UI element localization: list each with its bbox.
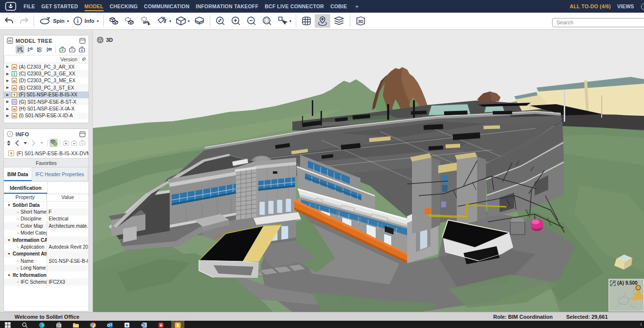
property-row[interactable]: =Color MapArchitecture.mate... xyxy=(4,222,89,229)
collapse-caret-icon[interactable]: ▼ xyxy=(7,203,11,207)
menu-cobie[interactable]: COBIE xyxy=(327,0,350,13)
expand-caret-icon[interactable]: ▶ xyxy=(6,86,10,90)
menu-file[interactable]: FILE xyxy=(20,0,38,13)
collapse-caret-icon[interactable]: ▼ xyxy=(7,252,11,255)
expand-caret-icon[interactable]: ▶ xyxy=(6,65,10,69)
photos-icon[interactable] xyxy=(120,321,133,328)
show-all-button[interactable] xyxy=(107,15,121,27)
property-row[interactable]: =ApplicationAutodesk Revit 20... xyxy=(4,243,89,250)
collapse-caret-icon[interactable]: ▼ xyxy=(7,273,11,277)
tree-row[interactable]: ▶(A) C2303_PC_3_AR_XX xyxy=(4,63,89,70)
undo-button[interactable] xyxy=(2,15,16,27)
case-del-button[interactable] xyxy=(68,45,76,54)
expand-caret-icon[interactable]: ▶ xyxy=(6,100,10,104)
case-del-button[interactable] xyxy=(71,139,78,147)
expand-caret-icon[interactable]: ▶ xyxy=(6,79,10,83)
word-icon[interactable] xyxy=(137,321,150,328)
value-column-label[interactable]: Value xyxy=(47,194,89,201)
case-lock-button[interactable] xyxy=(77,45,86,54)
search-input[interactable] xyxy=(552,18,644,27)
tree-row[interactable]: ▶(C) C2303_PC_3_GE_XX xyxy=(4,70,89,77)
zoom-in-button[interactable] xyxy=(229,14,243,28)
pick-button[interactable] xyxy=(50,139,58,147)
gear3d-button[interactable]: 3D xyxy=(353,14,369,28)
redo-button[interactable] xyxy=(17,15,31,27)
menu-bcf-live-connector[interactable]: BCF LIVE CONNECTOR xyxy=(262,0,327,13)
collapse-caret-icon[interactable]: ▼ xyxy=(7,238,11,242)
hide-others-button[interactable] xyxy=(138,15,153,27)
case-lock-button[interactable] xyxy=(79,139,86,147)
property-row[interactable]: =NameS01-NSP-ESE-B-IS-... xyxy=(4,257,89,264)
select-button[interactable]: ▾ xyxy=(275,14,293,28)
menu-model[interactable]: MODEL xyxy=(81,0,107,13)
reddl-icon[interactable] xyxy=(154,321,167,328)
tab-bim-data[interactable]: BIM Data xyxy=(4,167,32,181)
info-button[interactable]: Info▾ xyxy=(72,15,100,27)
next-button[interactable] xyxy=(30,139,37,147)
menu-add-tab-button[interactable]: + xyxy=(350,3,364,10)
expand-caret-icon[interactable]: ▶ xyxy=(6,114,10,118)
solibri-icon[interactable] xyxy=(171,321,184,328)
tree-sel-button[interactable] xyxy=(16,45,24,54)
tab-ifc-header-properties[interactable]: IFC Header Properties xyxy=(32,167,88,181)
tab-identification[interactable]: Identification xyxy=(4,182,48,194)
walk-button[interactable] xyxy=(315,14,330,28)
paint-button[interactable]: ▾ xyxy=(154,14,173,28)
property-group-row[interactable]: ▼Ifc Information xyxy=(4,272,89,278)
win-icon[interactable] xyxy=(1,321,14,328)
property-row[interactable]: =Short NameF xyxy=(4,208,89,215)
menu-checking[interactable]: CHECKING xyxy=(107,0,141,13)
tree-row[interactable]: ▶(E) C2303_PC_3_ST_EX xyxy=(4,84,89,91)
sort-button[interactable] xyxy=(5,139,13,147)
tree-row[interactable]: ▶(I) S01-NSP-ESE-X-ID-A xyxy=(4,112,89,119)
menu-all-to-do-4-6-[interactable]: ALL TO-DO (4/6) xyxy=(567,0,614,13)
tree-row[interactable]: ▶(G) S01-NSP-ESE-B-ST-X xyxy=(4,98,89,105)
property-row[interactable]: =Long Name xyxy=(4,265,89,272)
expand-caret-icon[interactable]: ▶ xyxy=(6,107,10,111)
zoom-window-button[interactable] xyxy=(260,14,274,28)
link-column-icon[interactable] xyxy=(79,56,89,62)
box-button[interactable]: ▾ xyxy=(174,14,191,28)
property-group-row[interactable]: ▼Solibri Data xyxy=(4,201,89,208)
previous-button[interactable] xyxy=(14,139,21,147)
version-column-label[interactable]: Version xyxy=(60,56,79,62)
info-selected-item[interactable]: (F) S01-NSP-ESE-B-IS-XX-DVM-M3-00... xyxy=(17,150,89,156)
panel-window-icon[interactable] xyxy=(79,38,86,44)
floorplan-button[interactable] xyxy=(299,14,314,28)
user-circle-icon[interactable] xyxy=(641,3,644,10)
case-add-button[interactable] xyxy=(58,45,67,54)
3d-viewport[interactable]: 3D (A) 9.500 xyxy=(92,30,644,312)
tree-multi-button[interactable] xyxy=(35,45,44,54)
section-button[interactable] xyxy=(192,14,207,28)
expand-caret-icon[interactable]: ▶ xyxy=(6,72,10,76)
menu-views[interactable]: VIEWS xyxy=(614,0,637,13)
menu-get-started[interactable]: GET STARTED xyxy=(38,0,82,13)
tree-comp-button[interactable] xyxy=(45,45,54,54)
property-column-label[interactable]: Property xyxy=(4,194,47,201)
property-row[interactable]: =DisciplineElectrical xyxy=(4,216,89,222)
menu-information-takeoff[interactable]: INFORMATION TAKEOFF xyxy=(193,0,262,13)
chrome-icon[interactable] xyxy=(86,321,99,328)
panel-window-icon[interactable] xyxy=(79,131,86,137)
tree-one-button[interactable] xyxy=(25,45,34,54)
tree-row[interactable]: ▶(H) S01-NSP-ESE-X-IA-X xyxy=(4,105,89,112)
property-group-row[interactable]: ▼Information CADD xyxy=(4,237,89,243)
previous-menu-button[interactable] xyxy=(22,139,29,147)
edge-icon[interactable] xyxy=(35,321,48,328)
case-add-button[interactable] xyxy=(62,139,70,147)
favorites-button[interactable]: Favorites xyxy=(4,158,89,167)
zoom-out-button[interactable] xyxy=(244,14,259,28)
zoom-fit-button[interactable] xyxy=(213,14,228,28)
tree-row[interactable]: ▶(F) S01-NSP-ESE-B-IS-XX xyxy=(4,91,89,98)
tk-search-icon[interactable] xyxy=(18,321,31,328)
expand-caret-icon[interactable]: ▶ xyxy=(6,93,10,97)
layers-button[interactable] xyxy=(331,14,347,28)
next-menu-button[interactable] xyxy=(38,139,45,147)
store-icon[interactable] xyxy=(52,321,65,328)
property-row[interactable]: =IFC SchemaIFC2X3 xyxy=(4,278,89,285)
folder-icon[interactable] xyxy=(69,321,82,328)
menu-communication[interactable]: COMMUNICATION xyxy=(141,0,193,13)
spin-button[interactable]: Spin▾ xyxy=(37,15,71,27)
minimap[interactable]: (A) 9.500 xyxy=(608,279,644,311)
property-row[interactable]: =Model Category xyxy=(4,230,89,237)
